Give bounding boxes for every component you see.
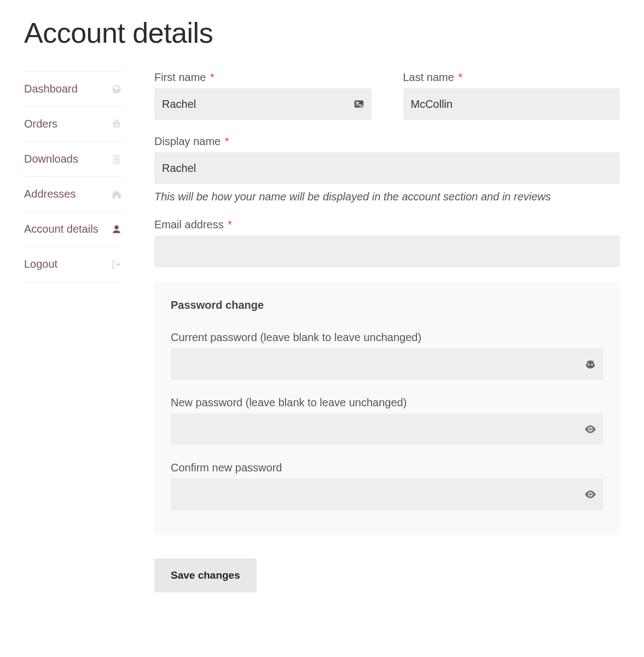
basket-icon (111, 118, 123, 130)
svg-rect-2 (356, 105, 361, 105)
first-name-input[interactable] (154, 88, 372, 120)
sidebar-item-addresses[interactable]: Addresses (24, 176, 123, 212)
sidebar-item-label: Account details (24, 223, 111, 235)
logout-icon (111, 258, 123, 270)
display-name-label: Display name * (154, 135, 620, 148)
sidebar-item-account-details[interactable]: Account details (24, 211, 123, 247)
sidebar-item-label: Dashboard (24, 83, 111, 95)
confirm-password-label: Confirm new password (171, 462, 604, 474)
sidebar-item-label: Downloads (24, 153, 111, 165)
last-name-label: Last name * (403, 71, 620, 84)
display-name-help: This will be how your name will be displ… (154, 191, 620, 203)
sidebar-item-downloads[interactable]: Downloads (24, 141, 123, 177)
svg-point-7 (591, 364, 593, 365)
svg-point-9 (589, 493, 591, 495)
email-input[interactable] (154, 235, 620, 267)
current-password-label: Current password (leave blank to leave u… (171, 331, 604, 344)
svg-point-6 (588, 364, 589, 365)
svg-point-8 (589, 428, 591, 430)
svg-rect-1 (356, 102, 359, 103)
download-icon (111, 153, 123, 165)
new-password-label: New password (leave blank to leave uncha… (171, 396, 604, 409)
sidebar-item-label: Logout (24, 258, 111, 270)
required-star: * (228, 218, 232, 230)
page-title: Account details (24, 16, 620, 49)
sidebar-item-orders[interactable]: Orders (24, 106, 123, 142)
user-icon (111, 223, 123, 235)
label-text: Last name (403, 71, 454, 83)
new-password-input[interactable] (171, 413, 604, 445)
sidebar-item-label: Orders (24, 118, 111, 130)
required-star: * (225, 135, 229, 147)
sidebar-item-dashboard[interactable]: Dashboard (24, 71, 123, 107)
sidebar-item-label: Addresses (24, 188, 111, 200)
display-name-input[interactable] (154, 152, 620, 184)
save-changes-button[interactable]: Save changes (154, 558, 257, 592)
password-panel-legend: Password change (171, 299, 604, 312)
dashboard-icon (111, 83, 123, 95)
password-change-panel: Password change Current password (leave … (154, 283, 620, 534)
label-text: Display name (154, 135, 221, 147)
contact-card-icon: 3 (353, 98, 365, 110)
sidebar-item-logout[interactable]: Logout (24, 246, 123, 282)
email-label: Email address * (154, 218, 620, 231)
svg-point-5 (586, 362, 595, 368)
last-name-input[interactable] (403, 88, 620, 120)
eye-icon[interactable] (584, 423, 597, 436)
required-star: * (210, 71, 214, 83)
required-star: * (458, 71, 462, 83)
label-text: Email address (154, 218, 224, 230)
first-name-label: First name * (154, 71, 372, 84)
password-manager-icon[interactable] (584, 358, 597, 371)
current-password-input[interactable] (171, 348, 604, 380)
confirm-password-input[interactable] (171, 479, 604, 510)
eye-icon[interactable] (584, 488, 597, 501)
label-text: First name (154, 71, 206, 83)
account-details-form: First name * 3 Last name * (154, 71, 620, 592)
home-icon (111, 188, 123, 200)
account-nav: Dashboard Orders Downloads Addresses Acc (24, 71, 123, 592)
